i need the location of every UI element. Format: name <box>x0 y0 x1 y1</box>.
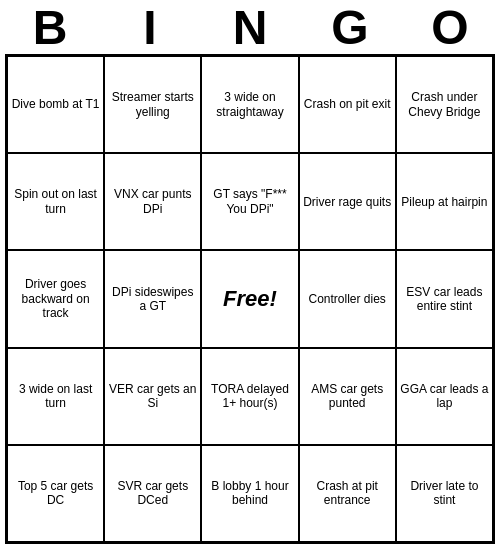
bingo-cell-18[interactable]: AMS car gets punted <box>299 348 396 445</box>
bingo-cell-7[interactable]: GT says "F*** You DPi" <box>201 153 298 250</box>
bingo-cell-23[interactable]: Crash at pit entrance <box>299 445 396 542</box>
bingo-cell-13[interactable]: Controller dies <box>299 250 396 347</box>
bingo-cell-4[interactable]: Crash under Chevy Bridge <box>396 56 493 153</box>
bingo-cell-24[interactable]: Driver late to stint <box>396 445 493 542</box>
bingo-letter-n: N <box>205 4 295 52</box>
bingo-letter-g: G <box>305 4 395 52</box>
bingo-cell-21[interactable]: SVR car gets DCed <box>104 445 201 542</box>
bingo-cell-17[interactable]: TORA delayed 1+ hour(s) <box>201 348 298 445</box>
bingo-letter-i: I <box>105 4 195 52</box>
bingo-cell-14[interactable]: ESV car leads entire stint <box>396 250 493 347</box>
bingo-cell-6[interactable]: VNX car punts DPi <box>104 153 201 250</box>
bingo-cell-1[interactable]: Streamer starts yelling <box>104 56 201 153</box>
bingo-cell-3[interactable]: Crash on pit exit <box>299 56 396 153</box>
bingo-cell-19[interactable]: GGA car leads a lap <box>396 348 493 445</box>
bingo-cell-15[interactable]: 3 wide on last turn <box>7 348 104 445</box>
bingo-cell-0[interactable]: Dive bomb at T1 <box>7 56 104 153</box>
bingo-letter-b: B <box>5 4 95 52</box>
bingo-cell-20[interactable]: Top 5 car gets DC <box>7 445 104 542</box>
bingo-cell-12[interactable]: Free! <box>201 250 298 347</box>
bingo-cell-10[interactable]: Driver goes backward on track <box>7 250 104 347</box>
bingo-header: BINGO <box>0 0 500 54</box>
bingo-letter-o: O <box>405 4 495 52</box>
bingo-cell-16[interactable]: VER car gets an Si <box>104 348 201 445</box>
bingo-cell-5[interactable]: Spin out on last turn <box>7 153 104 250</box>
bingo-cell-9[interactable]: Pileup at hairpin <box>396 153 493 250</box>
bingo-cell-11[interactable]: DPi sideswipes a GT <box>104 250 201 347</box>
bingo-cell-8[interactable]: Driver rage quits <box>299 153 396 250</box>
bingo-cell-2[interactable]: 3 wide on straightaway <box>201 56 298 153</box>
bingo-grid: Dive bomb at T1Streamer starts yelling3 … <box>5 54 495 544</box>
bingo-cell-22[interactable]: B lobby 1 hour behind <box>201 445 298 542</box>
